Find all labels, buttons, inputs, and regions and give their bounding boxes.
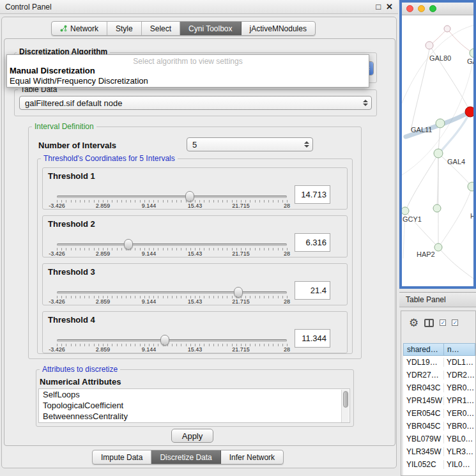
zoom-traffic-light-icon[interactable] xyxy=(429,5,436,12)
network-node[interactable] xyxy=(433,204,441,212)
cell-shared-name[interactable]: YBL079W xyxy=(403,434,444,443)
gear-icon[interactable]: ⚙ xyxy=(409,318,418,328)
select-all-checkbox-icon[interactable]: ✓ xyxy=(440,319,446,326)
cell-name[interactable]: YDR2… xyxy=(444,371,475,380)
cell-name[interactable]: YPR1… xyxy=(444,396,475,405)
stepper-icon xyxy=(360,96,371,109)
cell-name[interactable]: YDL1… xyxy=(444,358,475,367)
dropdown-item-equal-width-frequency[interactable]: Equal Width/Frequency Discretization xyxy=(7,76,369,86)
tab-jactivemnodules[interactable]: jActiveMNodules xyxy=(242,22,315,35)
cell-name[interactable]: YIL0… xyxy=(444,460,475,469)
scrollbar-thumb[interactable] xyxy=(343,391,348,408)
tab-discretize-data[interactable]: Discretize Data xyxy=(151,450,220,464)
float-icon[interactable]: □ xyxy=(376,2,381,12)
close-traffic-light-icon[interactable] xyxy=(406,5,413,12)
attribute-item[interactable]: SelfLoops xyxy=(39,389,349,400)
network-node[interactable] xyxy=(470,49,473,58)
network-node[interactable] xyxy=(434,149,443,158)
table-row[interactable]: YLR345WYLR3… xyxy=(403,445,475,458)
network-node[interactable] xyxy=(468,182,473,191)
column-header-name[interactable]: n… xyxy=(444,343,475,356)
attributes-group-title: Attributes to discretize xyxy=(40,365,120,374)
cell-shared-name[interactable]: YER054C xyxy=(403,409,444,418)
scale-label: 15.43 xyxy=(188,298,203,305)
threshold-value-field[interactable]: 11.344 xyxy=(295,329,330,348)
column-header-shared-name[interactable]: shared… xyxy=(403,343,444,356)
threshold-slider[interactable] xyxy=(57,291,287,294)
table-row[interactable]: YDR27…YDR2… xyxy=(403,369,475,381)
node-label: GAL11 xyxy=(411,126,432,134)
select-none-checkbox-icon[interactable]: ✓ xyxy=(452,319,458,326)
network-canvas[interactable]: GAL80 GA GAL11 GAL4 GCY1 H HAP2 xyxy=(402,15,473,286)
network-node[interactable] xyxy=(444,26,450,32)
tab-style[interactable]: Style xyxy=(107,22,142,35)
attributes-list: SelfLoopsTopologicalCoefficientBetweenne… xyxy=(38,388,350,423)
network-node[interactable] xyxy=(436,119,445,128)
scale-label: 15.43 xyxy=(188,203,203,209)
cell-shared-name[interactable]: YBR045C xyxy=(403,422,444,431)
table-row[interactable]: YBR045CYBR0… xyxy=(403,420,475,433)
threshold-label: Threshold 3 xyxy=(48,267,95,277)
apply-button[interactable]: Apply xyxy=(171,429,213,443)
close-icon[interactable]: ✕ xyxy=(386,2,393,12)
cell-shared-name[interactable]: YLR345W xyxy=(403,447,444,456)
stepper-icon xyxy=(301,138,312,151)
scale-label: 9.144 xyxy=(142,298,157,305)
threshold-value-field[interactable]: 21.4 xyxy=(295,281,330,300)
scale-label: 9.144 xyxy=(142,203,157,209)
network-node[interactable] xyxy=(402,207,409,215)
scale-label: 15.43 xyxy=(188,346,203,353)
tab-impute-data[interactable]: Impute Data xyxy=(93,450,151,464)
table-toolbar: ⚙ ✓ ✓ xyxy=(401,311,475,334)
network-node[interactable] xyxy=(434,243,442,251)
tab-network[interactable]: Network xyxy=(52,22,107,35)
tab-infer-network[interactable]: Infer Network xyxy=(221,450,283,464)
node-label: GA xyxy=(467,58,473,65)
dropdown-item-manual-discretization[interactable]: Manual Discretization xyxy=(7,66,369,76)
table-row[interactable]: YDL19…YDL1… xyxy=(403,356,475,369)
cell-name[interactable]: YLR3… xyxy=(444,447,475,456)
node-label: GCY1 xyxy=(403,215,422,223)
cell-shared-name[interactable]: YPR145W xyxy=(403,396,444,405)
table-body: YDL19…YDL1…YDR27…YDR2…YBR043CYBR0…YPR145… xyxy=(403,356,475,475)
table-row[interactable]: YPR145WYPR1… xyxy=(403,394,475,407)
table-data-select[interactable]: galFiltered.sif default node xyxy=(19,96,372,110)
table-row[interactable]: YBR043CYBR0… xyxy=(403,381,475,394)
cell-name[interactable]: YBL0… xyxy=(444,434,475,443)
attribute-item[interactable]: BetweennessCentrality xyxy=(39,411,349,422)
scale-label: 2.859 xyxy=(96,298,111,305)
cell-name[interactable]: YER0… xyxy=(444,409,475,418)
application-window: Control Panel □ ✕ NetworkStyleSelectCyni… xyxy=(0,0,476,476)
minimize-traffic-light-icon[interactable] xyxy=(418,5,425,12)
slider-scale: -3.4262.8599.14415.4321.71528 xyxy=(57,250,287,257)
algorithm-dropdown-popup: Select algorithm to view settings Manual… xyxy=(6,54,369,88)
number-of-intervals-select[interactable]: 5 xyxy=(187,137,313,151)
tab-select[interactable]: Select xyxy=(142,22,180,35)
cell-shared-name[interactable]: YIL052C xyxy=(403,460,444,469)
cell-shared-name[interactable]: YBR043C xyxy=(403,383,444,392)
dropdown-placeholder: Select algorithm to view settings xyxy=(7,55,369,66)
threshold-slider[interactable] xyxy=(57,243,287,246)
threshold-value-field[interactable]: 14.713 xyxy=(295,185,330,204)
network-node-selected[interactable] xyxy=(465,107,473,117)
threshold-slider[interactable] xyxy=(57,196,287,198)
tab-label: Select xyxy=(150,24,171,33)
attributes-scrollbar[interactable] xyxy=(341,390,349,423)
attribute-item[interactable]: TopologicalCoefficient xyxy=(39,400,349,411)
table-row[interactable]: YBL079WYBL0… xyxy=(403,433,475,445)
cell-name[interactable]: YBR0… xyxy=(444,383,475,392)
network-edge xyxy=(447,29,473,54)
table-row[interactable]: YER054CYER0… xyxy=(403,407,475,420)
threshold-value-field[interactable]: 6.316 xyxy=(295,233,330,252)
threshold-slider[interactable] xyxy=(57,339,287,342)
columns-icon[interactable] xyxy=(424,319,434,327)
table-row[interactable]: YIL052CYIL0… xyxy=(403,458,475,471)
cell-shared-name[interactable]: YDR27… xyxy=(403,371,444,380)
cell-name[interactable]: YBR0… xyxy=(444,422,475,431)
cell-shared-name[interactable]: YDL19… xyxy=(403,358,444,367)
scale-label: 2.859 xyxy=(96,203,111,209)
bottom-tab-bar: Impute DataDiscretize DataInfer Network xyxy=(92,450,284,464)
tab-label: Impute Data xyxy=(101,453,142,462)
network-node[interactable] xyxy=(426,42,433,49)
tab-cyni-toolbox[interactable]: Cyni Toolbox xyxy=(180,22,241,35)
